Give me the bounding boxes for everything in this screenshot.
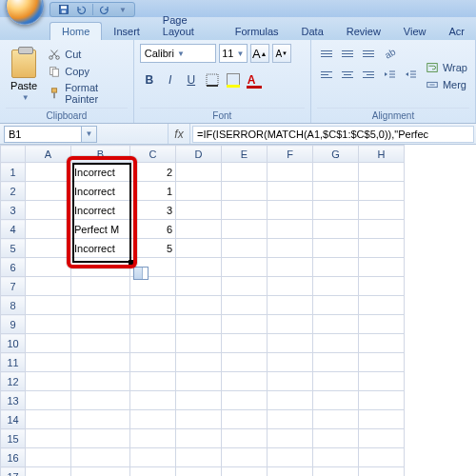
rowhead-10[interactable]: 10 — [1, 334, 26, 353]
name-box[interactable]: B1 — [4, 126, 82, 143]
rowhead-16[interactable]: 16 — [1, 448, 26, 467]
cell-A2[interactable] — [26, 182, 71, 201]
tab-formulas[interactable]: Formulas — [224, 23, 290, 40]
rowhead-5[interactable]: 5 — [1, 239, 26, 258]
grow-font-button[interactable]: A▲ — [250, 44, 269, 63]
colhead-F[interactable]: F — [268, 146, 313, 163]
rowhead-3[interactable]: 3 — [1, 201, 26, 220]
colhead-A[interactable]: A — [26, 146, 71, 163]
colhead-G[interactable]: G — [313, 146, 359, 163]
tab-review[interactable]: Review — [335, 23, 392, 40]
cell-A3[interactable] — [26, 201, 71, 220]
colhead-E[interactable]: E — [222, 146, 268, 163]
office-button[interactable] — [6, 0, 44, 25]
cell-C2[interactable]: 1 — [130, 182, 176, 201]
rowhead-7[interactable]: 7 — [1, 277, 26, 296]
cell-G1[interactable] — [313, 163, 359, 182]
rowhead-2[interactable]: 2 — [1, 182, 26, 201]
align-center-button[interactable] — [338, 65, 357, 84]
border-button[interactable] — [203, 70, 222, 89]
cell-B2[interactable]: Incorrect — [71, 182, 130, 201]
cell-H1[interactable] — [359, 163, 405, 182]
align-middle-button[interactable] — [338, 44, 357, 63]
colhead-B[interactable]: B — [71, 146, 130, 163]
bold-button[interactable]: B — [140, 70, 159, 89]
underline-button[interactable]: U — [182, 70, 201, 89]
rowhead-13[interactable]: 13 — [1, 391, 26, 410]
font-size-combo[interactable]: 11▼ — [219, 44, 248, 63]
align-left-button[interactable] — [317, 65, 336, 84]
undo-icon[interactable] — [75, 4, 87, 15]
scissors-icon — [48, 48, 61, 61]
autofill-options-button[interactable] — [133, 267, 149, 280]
worksheet[interactable]: A B C D E F G H 1Incorrect2 2Incorrect1 … — [0, 145, 476, 476]
save-icon[interactable] — [58, 4, 69, 15]
cell-C5[interactable]: 5 — [130, 239, 176, 258]
shrink-font-button[interactable]: A▼ — [272, 44, 291, 63]
font-group-label: Font — [140, 108, 305, 121]
colhead-D[interactable]: D — [176, 146, 222, 163]
cell-B5[interactable]: Incorrect — [71, 239, 130, 258]
colhead-C[interactable]: C — [130, 146, 176, 163]
colhead-H[interactable]: H — [359, 146, 405, 163]
orientation-button[interactable]: ab — [380, 44, 399, 63]
rowhead-4[interactable]: 4 — [1, 220, 26, 239]
tab-data[interactable]: Data — [290, 23, 335, 40]
chevron-down-icon: ▼ — [177, 50, 185, 58]
paste-dropdown-icon[interactable]: ▼ — [22, 93, 30, 102]
paste-button[interactable]: Paste ▼ — [6, 44, 42, 108]
rowhead-6[interactable]: 6 — [1, 258, 26, 277]
tab-acrobat[interactable]: Acr — [438, 23, 477, 40]
rowhead-8[interactable]: 8 — [1, 296, 26, 315]
group-alignment: ab Wrap Merg — [311, 40, 476, 123]
tab-home[interactable]: Home — [50, 22, 102, 40]
tab-view[interactable]: View — [392, 23, 438, 40]
rowhead-11[interactable]: 11 — [1, 353, 26, 372]
qat-dropdown-icon[interactable]: ▼ — [119, 6, 127, 14]
fill-color-button[interactable] — [224, 70, 243, 89]
font-color-button[interactable]: A — [245, 70, 264, 89]
rowhead-15[interactable]: 15 — [1, 429, 26, 448]
formula-input[interactable]: =IF(ISERROR(MATCH(A1,$C$1:$C$5,0)),"Perf… — [192, 126, 474, 143]
cell-C1[interactable]: 2 — [130, 163, 176, 182]
select-all-corner[interactable] — [1, 146, 26, 163]
merge-center-button[interactable]: Merg — [424, 77, 469, 92]
redo-icon[interactable] — [99, 4, 110, 15]
fx-icon[interactable]: fx — [168, 124, 190, 144]
cell-D1[interactable] — [176, 163, 222, 182]
cell-A1[interactable] — [26, 163, 71, 182]
align-right-button[interactable] — [359, 65, 378, 84]
decrease-indent-button[interactable] — [380, 65, 399, 84]
rowhead-12[interactable]: 12 — [1, 372, 26, 391]
cut-label: Cut — [65, 49, 81, 60]
cell-F1[interactable] — [268, 163, 313, 182]
name-box-dropdown[interactable]: ▼ — [82, 126, 97, 143]
tab-insert[interactable]: Insert — [102, 23, 151, 40]
align-top-button[interactable] — [317, 44, 336, 63]
font-name-value: Calibri — [145, 48, 174, 59]
rowhead-17[interactable]: 17 — [1, 467, 26, 477]
cell-A4[interactable] — [26, 220, 71, 239]
cell-B1[interactable]: Incorrect — [71, 163, 130, 182]
tab-page-layout[interactable]: Page Layout — [151, 11, 224, 40]
cell-grid[interactable]: A B C D E F G H 1Incorrect2 2Incorrect1 … — [0, 145, 405, 476]
align-bottom-button[interactable] — [359, 44, 378, 63]
format-painter-label: Format Painter — [65, 82, 125, 105]
fill-handle[interactable] — [129, 260, 134, 266]
cut-button[interactable]: Cut — [46, 47, 127, 62]
rowhead-1[interactable]: 1 — [1, 163, 26, 182]
cell-E1[interactable] — [222, 163, 268, 182]
copy-button[interactable]: Copy — [46, 64, 127, 79]
format-painter-button[interactable]: Format Painter — [46, 81, 127, 106]
cell-B3[interactable]: Incorrect — [71, 201, 130, 220]
wrap-text-button[interactable]: Wrap — [424, 60, 469, 75]
cell-C3[interactable]: 3 — [130, 201, 176, 220]
increase-indent-button[interactable] — [401, 65, 420, 84]
rowhead-14[interactable]: 14 — [1, 410, 26, 429]
cell-A5[interactable] — [26, 239, 71, 258]
font-name-combo[interactable]: Calibri▼ — [140, 44, 216, 63]
cell-C4[interactable]: 6 — [130, 220, 176, 239]
cell-B4[interactable]: Perfect M — [71, 220, 130, 239]
italic-button[interactable]: I — [161, 70, 180, 89]
rowhead-9[interactable]: 9 — [1, 315, 26, 334]
